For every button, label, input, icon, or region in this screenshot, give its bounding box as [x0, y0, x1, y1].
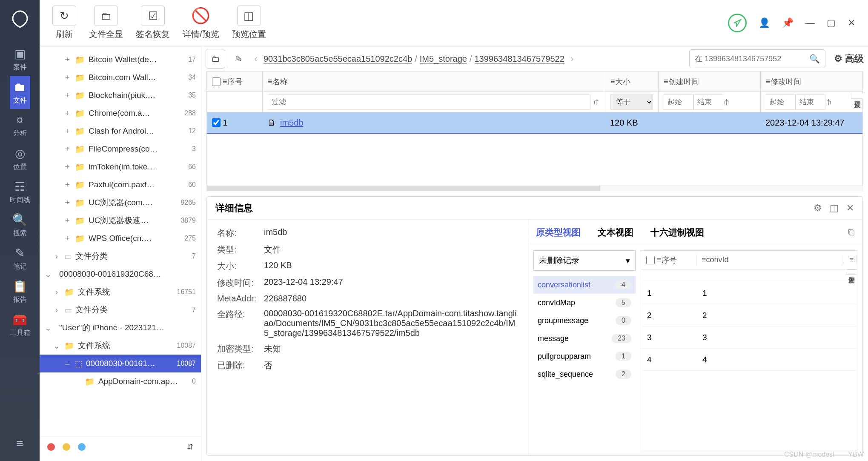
search-box[interactable]: 🔍 [689, 49, 825, 68]
edit-icon[interactable]: ✎ [229, 49, 248, 69]
expand-icon[interactable]: + [63, 234, 72, 243]
horizontal-scrollbar[interactable] [206, 185, 863, 191]
tree-item[interactable]: +📁WPS Office(cn.…275 [40, 229, 201, 247]
filter-icon[interactable]: ⫛ [593, 98, 600, 106]
expand-icon[interactable]: ⌄ [44, 269, 52, 279]
table-row[interactable]: 1 🗎im5db 120 KB 2023-12-04 13:29:47 [207, 112, 862, 134]
db-table-row[interactable]: 44 [641, 349, 857, 371]
dot-blue-icon[interactable] [78, 443, 86, 451]
breadcrumb-segment[interactable]: IM5_storage [420, 54, 467, 64]
db-table-item[interactable]: conversationlist4 [533, 276, 636, 294]
row-checkbox[interactable] [212, 118, 221, 127]
tree-item[interactable]: +📁UC浏览器(com.…9265 [40, 194, 201, 212]
filter-icon[interactable]: ⫛ [723, 98, 730, 106]
expand-icon[interactable]: + [63, 91, 72, 100]
search-icon[interactable]: 🔍 [809, 54, 820, 64]
row-filename[interactable]: im5db [280, 118, 303, 128]
filter-mtime-start[interactable] [766, 94, 796, 110]
expand-icon[interactable]: + [63, 55, 72, 64]
nav-item-报告[interactable]: 📋报告 [10, 275, 30, 308]
status-ok-icon[interactable] [728, 14, 747, 32]
pin-icon[interactable]: 📌 [782, 17, 794, 29]
panel-layout-icon[interactable]: ◫ [830, 203, 839, 214]
tree-item[interactable]: ›📁文件系统16751 [40, 283, 201, 301]
tab-raw-view[interactable]: 原类型视图 [536, 226, 581, 238]
tree-item[interactable]: ⌄"User"的 iPhone - 2023121… [40, 319, 201, 337]
filter-name-input[interactable] [268, 94, 590, 110]
filter-icon[interactable]: ⫛ [825, 98, 832, 106]
tree-item[interactable]: ›▭文件分类7 [40, 301, 201, 319]
sort-icon[interactable]: ⇵ [187, 442, 193, 452]
expand-icon[interactable]: + [63, 180, 72, 189]
hamburger-icon[interactable]: ≡ [16, 437, 23, 450]
folder-icon[interactable]: 🗀 [206, 49, 225, 69]
toolbar-刷新[interactable]: ↻刷新 [52, 6, 76, 40]
db-table-row[interactable]: 22 [641, 304, 857, 326]
expand-icon[interactable]: › [52, 252, 61, 261]
nav-item-文件[interactable]: 🖿文件 [10, 76, 30, 109]
tree-item[interactable]: –⬚00008030-00161…10087 [40, 355, 201, 372]
expand-icon[interactable]: – [63, 359, 72, 368]
tree-item[interactable]: +📁Blockchain(piuk.…35 [40, 86, 201, 104]
db-select-all-checkbox[interactable] [646, 256, 655, 264]
nav-item-时间线[interactable]: ☶时间线 [10, 175, 30, 209]
expand-icon[interactable]: ⌄ [44, 323, 52, 333]
toolbar-签名恢复[interactable]: ☑签名恢复 [136, 6, 170, 40]
toolbar-详情/预览[interactable]: 🚫详情/预览 [183, 6, 219, 40]
tree-item[interactable]: +📁FileCompress(co…3 [40, 140, 201, 158]
tree-item[interactable]: ›▭文件分类7 [40, 247, 201, 265]
window-minimize-icon[interactable]: ― [805, 17, 815, 29]
expand-icon[interactable]: + [63, 162, 72, 172]
breadcrumb-segment[interactable]: 9031bc3c805ac5e55ecaa151092c2c4b [264, 54, 412, 64]
expand-icon[interactable]: + [63, 216, 72, 225]
window-close-icon[interactable]: ✕ [848, 17, 855, 29]
db-table-item[interactable]: convIdMap5 [533, 294, 636, 312]
nav-back-icon[interactable]: ‹ [252, 53, 260, 65]
window-maximize-icon[interactable]: ▢ [827, 17, 836, 29]
dot-yellow-icon[interactable] [63, 443, 70, 451]
close-icon[interactable]: ✕ [846, 203, 854, 214]
user-icon[interactable]: 👤 [759, 17, 770, 29]
toolbar-文件全显[interactable]: 🗀文件全显 [89, 6, 123, 40]
nav-item-搜索[interactable]: 🔍搜索 [10, 209, 30, 242]
db-table-item[interactable]: message23 [533, 329, 636, 347]
expand-icon[interactable]: › [52, 287, 61, 297]
tree-item[interactable]: ⌄📁文件系统10087 [40, 337, 201, 355]
nav-item-笔记[interactable]: ✎笔记 [10, 242, 30, 275]
external-link-icon[interactable]: ⧉ [848, 227, 855, 238]
nav-item-案件[interactable]: ▣案件 [10, 43, 30, 76]
tree-item[interactable]: +📁imToken(im.toke…66 [40, 158, 201, 176]
tab-hex-view[interactable]: 十六进制视图 [650, 226, 704, 238]
tree-item[interactable]: +📁Clash for Androi…12 [40, 122, 201, 140]
tree-item[interactable]: +📁Chrome(com.a…288 [40, 104, 201, 122]
search-input[interactable] [695, 54, 809, 63]
expand-icon[interactable]: ⌄ [52, 341, 61, 351]
expand-icon[interactable]: + [63, 73, 72, 82]
db-table-item[interactable]: sqlite_sequence2 [533, 365, 636, 383]
db-table-item[interactable]: pullgroupparam1 [533, 347, 636, 365]
expand-icon[interactable]: › [52, 305, 61, 315]
db-table-item[interactable]: groupmessage0 [533, 312, 636, 329]
expand-icon[interactable]: + [63, 198, 72, 207]
db-table-row[interactable]: 33 [641, 326, 857, 349]
breadcrumb-segment[interactable]: 1399634813467579522 [475, 54, 564, 64]
expand-icon[interactable]: + [63, 109, 72, 118]
filter-size-select[interactable]: 等于 [610, 94, 653, 110]
columns-settings-button[interactable]: 设置列 [851, 93, 863, 99]
nav-item-分析[interactable]: ¤分析 [10, 109, 30, 142]
record-type-select[interactable]: 未删除记录▾ [533, 250, 636, 271]
dot-red-icon[interactable] [47, 443, 55, 451]
tree-item[interactable]: +📁Bitcoin Wallet(de…17 [40, 51, 201, 69]
tree-item[interactable]: +📁Paxful(com.paxf…60 [40, 176, 201, 194]
tab-text-view[interactable]: 文本视图 [598, 226, 633, 238]
tree-item[interactable]: +📁UC浏览器极速…3879 [40, 212, 201, 229]
nav-forward-icon[interactable]: › [568, 53, 576, 65]
tree-item[interactable]: 📁AppDomain-com.ap…0 [40, 372, 201, 390]
tree-item[interactable]: +📁Bitcoin.com Wall…34 [40, 69, 201, 86]
expand-icon[interactable]: + [63, 144, 72, 154]
filter-ctime-end[interactable] [693, 94, 723, 110]
nav-item-工具箱[interactable]: 🧰工具箱 [10, 308, 30, 341]
select-all-checkbox[interactable] [212, 77, 221, 86]
filter-ctime-start[interactable] [664, 94, 693, 110]
toolbar-预览位置[interactable]: ◫预览位置 [232, 6, 266, 40]
